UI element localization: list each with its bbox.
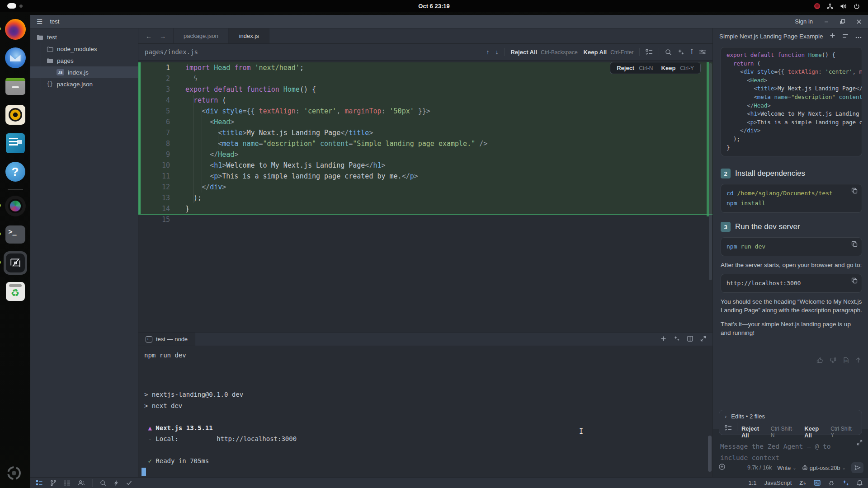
notifications-bell-icon[interactable] <box>857 480 863 486</box>
reject-button[interactable]: Reject <box>617 65 634 71</box>
new-thread-icon[interactable] <box>830 32 835 40</box>
edits-summary-row[interactable]: › Edits • 2 files <box>719 410 862 422</box>
titlebar[interactable]: ☰ test Sign in <box>30 15 868 28</box>
search-icon[interactable] <box>100 480 106 486</box>
split-pane-icon[interactable] <box>687 335 693 343</box>
collaboration-icon[interactable] <box>78 480 85 486</box>
code-line[interactable]: 2 ϟ <box>138 73 712 84</box>
code-line[interactable]: 6 <Head> <box>138 117 712 127</box>
minimize-button[interactable] <box>824 19 829 24</box>
outline-icon[interactable] <box>64 480 71 486</box>
copy-icon[interactable] <box>851 277 858 285</box>
system-tray[interactable] <box>814 0 860 12</box>
code-line[interactable]: 15 <box>138 214 712 225</box>
breadcrumb[interactable]: pages/index.js <box>145 48 198 56</box>
code-line[interactable]: 9 </Head> <box>138 149 712 160</box>
edit-mode-icon[interactable]: I <box>690 48 693 56</box>
code-line[interactable]: 11 <p>This is a simple landing page crea… <box>138 171 712 182</box>
agent-thread-content[interactable]: export default function Home() { return … <box>713 44 868 407</box>
terminal-assist-icon[interactable] <box>674 335 680 343</box>
dock-zed[interactable] <box>4 251 27 275</box>
review-list-icon[interactable] <box>646 49 653 55</box>
tree-item-pages[interactable]: pages <box>30 55 138 66</box>
dock-music-player[interactable] <box>4 103 27 127</box>
sign-in-button[interactable]: Sign in <box>795 18 813 25</box>
code-line[interactable]: 8 <meta name="description" content="Simp… <box>138 138 712 149</box>
git-branch-icon[interactable] <box>50 480 57 486</box>
project-panel-toggle-icon[interactable] <box>36 480 43 486</box>
prev-hunk-icon[interactable]: ↑ <box>486 48 489 56</box>
copy-icon[interactable] <box>851 188 858 195</box>
mode-selector[interactable]: Write⌄ <box>777 465 797 471</box>
close-button[interactable] <box>856 19 862 24</box>
edit-prediction-icon[interactable]: Zϟ <box>799 479 806 486</box>
workspace-indicator[interactable] <box>7 3 23 9</box>
tab-package-json[interactable]: package.json <box>173 28 229 43</box>
terminal-scrollbar[interactable] <box>708 436 712 472</box>
code-line[interactable]: 7 <title>My Next.js Landing Page</title> <box>138 127 712 138</box>
code-line[interactable]: 13 ); <box>138 192 712 203</box>
assistant-sparkle-icon[interactable] <box>842 479 849 486</box>
dock-help[interactable]: ? <box>4 160 27 183</box>
next-hunk-icon[interactable]: ↓ <box>495 48 498 56</box>
dock-libreoffice-impress[interactable] <box>4 131 27 155</box>
edits-keep-all-button[interactable]: Keep All Ctrl-Shift-Y <box>804 425 856 439</box>
debug-icon[interactable] <box>828 480 835 486</box>
new-terminal-icon[interactable] <box>660 335 666 343</box>
scroll-to-top-icon[interactable] <box>855 357 861 366</box>
cursor-position[interactable]: 1:1 <box>749 479 757 486</box>
tree-item-index-js[interactable]: JS index.js <box>30 66 138 78</box>
diagnostics-check-icon[interactable] <box>126 480 132 485</box>
copy-icon[interactable] <box>851 241 858 249</box>
inline-assist-icon[interactable] <box>678 49 684 56</box>
tree-item-root[interactable]: test <box>30 31 138 43</box>
dock-thunderbird[interactable] <box>4 46 27 70</box>
composer-placeholder[interactable]: Message the Zed Agent — @ to include con… <box>720 441 847 464</box>
terminal-panel-toggle-icon[interactable] <box>814 480 821 486</box>
quick-actions-icon[interactable] <box>113 480 119 486</box>
keep-all-button[interactable]: Keep All Ctrl-Enter <box>584 49 634 56</box>
agent-menu-icon[interactable] <box>855 32 862 40</box>
clock[interactable]: Oct 6 23:19 <box>418 3 449 9</box>
keep-button[interactable]: Keep <box>661 65 676 71</box>
nav-forward-icon[interactable]: → <box>160 33 166 40</box>
send-button[interactable] <box>851 462 863 473</box>
tab-index-js[interactable]: index.js <box>229 28 269 43</box>
expand-terminal-icon[interactable] <box>700 335 706 343</box>
code-line[interactable]: 12 </div> <box>138 182 712 192</box>
profile-selector-icon[interactable] <box>718 463 726 472</box>
code-line[interactable]: 3export default function Home() { <box>138 84 712 95</box>
dock-terminal[interactable]: >_ <box>4 223 27 246</box>
dock-camera[interactable] <box>4 194 27 218</box>
dock-firefox[interactable] <box>4 18 27 41</box>
code-line[interactable]: 4 return ( <box>138 95 712 106</box>
window-project-title[interactable]: test <box>50 18 59 25</box>
reject-all-button[interactable]: Reject All Ctrl-Backspace <box>510 49 577 56</box>
dock-trash[interactable]: ♻ <box>4 280 27 303</box>
code-editor[interactable]: 1import Head from 'next/head';2 ϟ3export… <box>138 61 712 332</box>
search-icon[interactable] <box>665 49 672 56</box>
terminal-tab[interactable]: ›_ test — node <box>138 333 195 346</box>
editor-scrollbar[interactable] <box>709 63 712 280</box>
terminal-output[interactable]: npm run dev > nextjs-landing@0.1.0 dev> … <box>138 346 712 477</box>
app-menu-icon[interactable]: ☰ <box>37 18 42 26</box>
code-line[interactable]: 10 <h1>Welcome to My Next.js Landing Pag… <box>138 160 712 171</box>
expand-composer-icon[interactable] <box>857 439 863 447</box>
code-line[interactable]: 14} <box>138 203 712 214</box>
language-selector[interactable]: JavaScript <box>764 479 792 486</box>
thumbs-down-icon[interactable] <box>830 357 836 366</box>
nav-back-icon[interactable]: ← <box>146 33 152 40</box>
edits-reject-all-button[interactable]: Reject All Ctrl-Shift-N <box>741 425 797 439</box>
model-selector[interactable]: gpt-oss:20b⌄ <box>802 465 846 471</box>
copy-markdown-icon[interactable]: MD <box>843 357 849 366</box>
thumbs-up-icon[interactable] <box>816 357 823 366</box>
thread-history-icon[interactable] <box>842 32 849 40</box>
tree-item-package-json[interactable]: {} package.json <box>30 78 138 90</box>
maximize-button[interactable] <box>840 19 845 24</box>
thread-title[interactable]: Simple Next.js Landing Page Example <box>719 33 823 40</box>
code-line[interactable]: 5 <div style={{ textAlign: 'center', mar… <box>138 106 712 117</box>
tree-item-node-modules[interactable]: node_modules <box>30 43 138 55</box>
dock-file-manager[interactable] <box>4 75 27 98</box>
review-list-icon[interactable] <box>725 425 732 431</box>
editor-controls-icon[interactable] <box>699 49 706 55</box>
